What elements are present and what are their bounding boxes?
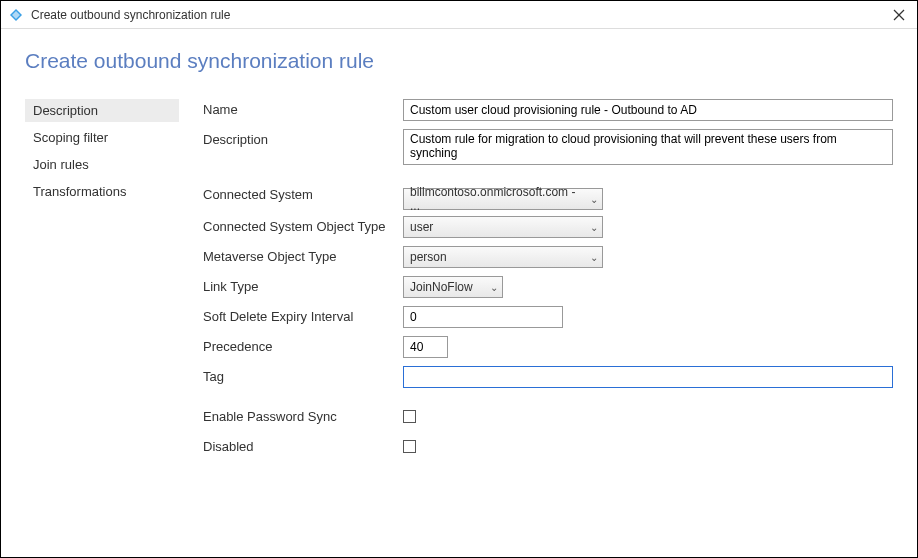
body-layout: Description Scoping filter Join rules Tr… [25,99,893,460]
window-title: Create outbound synchronization rule [31,8,889,22]
sidebar-item-transformations[interactable]: Transformations [25,180,179,203]
row-tag: Tag [203,366,893,390]
sidebar: Description Scoping filter Join rules Tr… [25,99,179,460]
enable-pw-sync-checkbox[interactable] [403,410,416,423]
content: Create outbound synchronization rule Des… [1,29,917,557]
row-mv-object-type: Metaverse Object Type person ⌄ [203,246,893,270]
sidebar-item-description[interactable]: Description [25,99,179,122]
label-name: Name [203,99,403,117]
chevron-down-icon: ⌄ [590,252,598,263]
sidebar-item-label: Join rules [33,157,89,172]
row-disabled: Disabled [203,436,893,460]
chevron-down-icon: ⌄ [590,222,598,233]
link-type-select[interactable]: JoinNoFlow ⌄ [403,276,503,298]
sidebar-item-scoping-filter[interactable]: Scoping filter [25,126,179,149]
page-title: Create outbound synchronization rule [25,49,893,73]
sidebar-item-label: Description [33,103,98,118]
row-link-type: Link Type JoinNoFlow ⌄ [203,276,893,300]
select-value: JoinNoFlow [410,280,473,294]
soft-delete-input[interactable] [403,306,563,328]
label-tag: Tag [203,366,403,384]
description-input[interactable]: Custom rule for migration to cloud provi… [403,129,893,165]
label-enable-pw-sync: Enable Password Sync [203,406,403,424]
cs-object-type-select[interactable]: user ⌄ [403,216,603,238]
label-connected-system: Connected System [203,184,403,202]
sidebar-item-label: Scoping filter [33,130,108,145]
close-icon [893,9,905,21]
row-name: Name [203,99,893,123]
label-mv-object-type: Metaverse Object Type [203,246,403,264]
label-soft-delete: Soft Delete Expiry Interval [203,306,403,324]
app-icon [9,8,23,22]
close-button[interactable] [889,5,909,25]
disabled-checkbox[interactable] [403,440,416,453]
name-input[interactable] [403,99,893,121]
label-cs-object-type: Connected System Object Type [203,216,403,234]
mv-object-type-select[interactable]: person ⌄ [403,246,603,268]
label-description: Description [203,129,403,147]
titlebar: Create outbound synchronization rule [1,1,917,29]
sidebar-item-label: Transformations [33,184,126,199]
row-enable-pw-sync: Enable Password Sync [203,406,893,430]
connected-system-select[interactable]: billmcontoso.onmicrosoft.com - ... ⌄ [403,188,603,210]
select-value: user [410,220,433,234]
select-value: billmcontoso.onmicrosoft.com - ... [410,185,580,213]
label-precedence: Precedence [203,336,403,354]
row-soft-delete: Soft Delete Expiry Interval [203,306,893,330]
chevron-down-icon: ⌄ [490,282,498,293]
label-disabled: Disabled [203,436,403,454]
select-value: person [410,250,447,264]
row-precedence: Precedence [203,336,893,360]
row-description: Description Custom rule for migration to… [203,129,893,168]
sidebar-item-join-rules[interactable]: Join rules [25,153,179,176]
row-connected-system: Connected System billmcontoso.onmicrosof… [203,184,893,210]
row-cs-object-type: Connected System Object Type user ⌄ [203,216,893,240]
form-area: Name Description Custom rule for migrati… [203,99,893,460]
label-link-type: Link Type [203,276,403,294]
chevron-down-icon: ⌄ [590,194,598,205]
tag-input[interactable] [403,366,893,388]
precedence-input[interactable] [403,336,448,358]
